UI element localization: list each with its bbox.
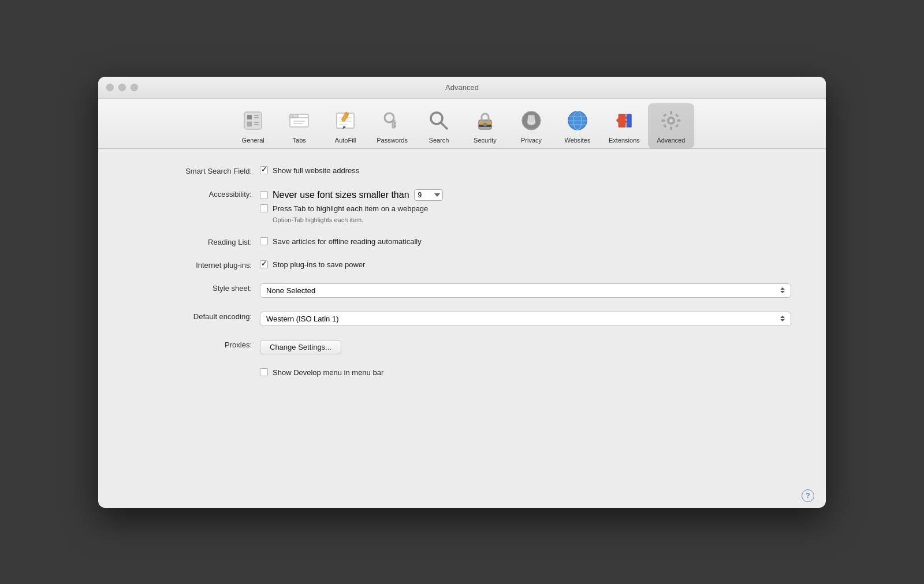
svg-line-25	[441, 122, 447, 129]
autofill-icon	[331, 107, 359, 134]
save-articles-row: Save articles for offline reading automa…	[260, 237, 791, 246]
svg-point-41	[669, 119, 673, 122]
toolbar-item-search[interactable]: Search	[416, 103, 462, 148]
window-title: Advanced	[445, 83, 479, 92]
toolbar: General × Tabs	[98, 99, 826, 149]
svg-rect-6	[254, 124, 259, 125]
smart-search-field-label: Smart Search Field:	[133, 166, 260, 175]
svg-rect-43	[670, 127, 672, 130]
font-size-row: Never use font sizes smaller than 9 10 1…	[260, 189, 791, 201]
press-tab-checkbox[interactable]	[260, 204, 268, 212]
develop-menu-row: Show Develop menu in menu bar	[133, 368, 791, 377]
svg-rect-0	[244, 112, 262, 129]
close-button[interactable]	[106, 84, 114, 91]
show-full-address-label: Show full website address	[273, 166, 359, 175]
develop-menu-label-spacer	[133, 368, 260, 369]
extensions-icon	[610, 107, 638, 134]
toolbar-item-extensions[interactable]: Extensions	[601, 103, 648, 148]
svg-rect-44	[662, 119, 665, 121]
websites-label: Websites	[564, 137, 590, 144]
general-icon	[239, 107, 267, 134]
style-sheet-select[interactable]: None Selected	[260, 283, 791, 298]
privacy-label: Privacy	[521, 137, 542, 144]
svg-rect-42	[670, 111, 672, 114]
style-sheet-row: Style sheet: None Selected	[133, 283, 791, 298]
passwords-icon	[378, 107, 406, 134]
extensions-label: Extensions	[609, 137, 640, 144]
develop-menu-label: Show Develop menu in menu bar	[273, 368, 383, 377]
privacy-icon	[517, 107, 545, 134]
maximize-button[interactable]	[131, 84, 138, 91]
toolbar-item-general[interactable]: General	[230, 103, 276, 148]
svg-rect-23	[394, 125, 396, 127]
proxies-row: Proxies: Change Settings...	[133, 340, 791, 354]
style-sheet-label: Style sheet:	[133, 283, 260, 293]
default-encoding-select[interactable]: Western (ISO Latin 1) Unicode (UTF-8) We…	[260, 312, 791, 326]
svg-rect-46	[663, 113, 666, 117]
general-label: General	[242, 137, 264, 144]
default-encoding-label: Default encoding:	[133, 312, 260, 321]
proxies-controls: Change Settings...	[260, 340, 791, 354]
svg-point-29	[483, 123, 487, 126]
toolbar-item-advanced[interactable]: Advanced	[648, 103, 694, 148]
internet-plugins-row: Internet plug-ins: Stop plug-ins to save…	[133, 260, 791, 269]
security-label: Security	[474, 137, 497, 144]
svg-rect-5	[254, 122, 259, 123]
help-button[interactable]: ?	[802, 489, 814, 502]
websites-icon	[564, 107, 591, 134]
search-icon	[425, 107, 453, 134]
smart-search-field-controls: Show full website address	[260, 166, 791, 175]
accessibility-hint: Option-Tab highlights each item.	[260, 216, 791, 223]
toolbar-item-privacy[interactable]: Privacy	[508, 103, 554, 148]
default-encoding-row: Default encoding: Western (ISO Latin 1) …	[133, 312, 791, 326]
show-full-address-row: Show full website address	[260, 166, 791, 175]
press-tab-row: Press Tab to highlight each item on a we…	[260, 204, 791, 213]
change-settings-button[interactable]: Change Settings...	[260, 340, 341, 354]
toolbar-item-tabs[interactable]: × Tabs	[276, 103, 322, 148]
toolbar-item-security[interactable]: Security	[462, 103, 508, 148]
stop-plugins-label: Stop plug-ins to save power	[273, 260, 365, 269]
save-articles-label: Save articles for offline reading automa…	[273, 237, 422, 246]
internet-plugins-controls: Stop plug-ins to save power	[260, 260, 791, 269]
show-full-address-checkbox[interactable]	[260, 166, 268, 174]
svg-rect-4	[247, 122, 252, 126]
save-articles-checkbox[interactable]	[260, 237, 268, 245]
svg-rect-1	[247, 115, 252, 119]
advanced-icon	[657, 107, 685, 134]
svg-rect-3	[254, 117, 259, 118]
passwords-label: Passwords	[377, 137, 408, 144]
traffic-lights	[106, 84, 138, 91]
accessibility-label: Accessibility:	[133, 189, 260, 199]
toolbar-item-websites[interactable]: Websites	[554, 103, 601, 148]
stop-plugins-checkbox[interactable]	[260, 260, 268, 268]
autofill-label: AutoFill	[335, 137, 356, 144]
svg-rect-49	[675, 124, 679, 128]
font-size-select[interactable]: 9 10 11 12	[414, 189, 443, 201]
never-use-font-checkbox[interactable]	[260, 191, 268, 199]
toolbar-item-autofill[interactable]: AutoFill	[322, 103, 368, 148]
style-sheet-controls: None Selected	[260, 283, 791, 298]
develop-menu-checkbox-row: Show Develop menu in menu bar	[260, 368, 791, 377]
reading-list-row: Reading List: Save articles for offline …	[133, 237, 791, 246]
toolbar-item-passwords[interactable]: Passwords	[368, 103, 416, 148]
internet-plugins-label: Internet plug-ins:	[133, 260, 260, 269]
svg-rect-2	[254, 115, 259, 116]
develop-menu-checkbox[interactable]	[260, 368, 268, 376]
preferences-window: Advanced General	[98, 77, 826, 508]
default-encoding-controls: Western (ISO Latin 1) Unicode (UTF-8) We…	[260, 312, 791, 326]
never-use-font-label: Never use font sizes smaller than	[273, 190, 409, 200]
svg-rect-47	[675, 114, 679, 117]
proxies-label: Proxies:	[133, 340, 260, 349]
tabs-label: Tabs	[293, 137, 306, 144]
security-icon	[471, 107, 499, 134]
smart-search-field-row: Smart Search Field: Show full website ad…	[133, 166, 791, 175]
content-area: Smart Search Field: Show full website ad…	[98, 149, 826, 484]
accessibility-controls: Never use font sizes smaller than 9 10 1…	[260, 189, 791, 223]
svg-rect-45	[677, 119, 680, 121]
stop-plugins-row: Stop plug-ins to save power	[260, 260, 791, 269]
tabs-icon: ×	[285, 107, 313, 134]
reading-list-label: Reading List:	[133, 237, 260, 246]
minimize-button[interactable]	[118, 84, 126, 91]
press-tab-label: Press Tab to highlight each item on a we…	[273, 204, 428, 213]
accessibility-row: Accessibility: Never use font sizes smal…	[133, 189, 791, 223]
